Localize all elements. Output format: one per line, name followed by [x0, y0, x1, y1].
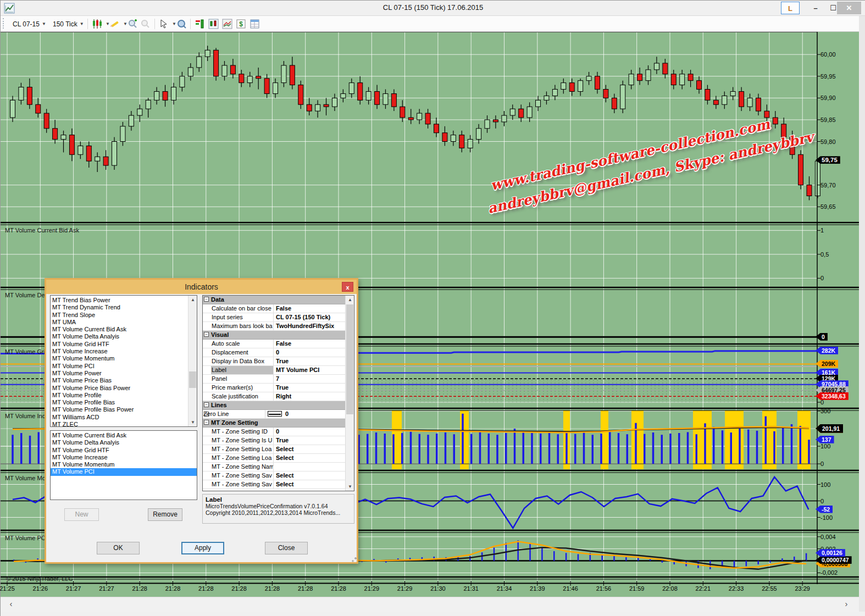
- scroll-left-icon[interactable]: ‹: [5, 599, 17, 608]
- list-item[interactable]: MT Volume Delta Analyis: [51, 333, 188, 340]
- ok-button[interactable]: OK: [97, 542, 140, 554]
- ninjatrader-window: CL 07-15 (150 Tick) 17.06.2015 L – ☐ ✕ C…: [0, 0, 865, 616]
- property-row[interactable]: MT - Zone Setting Is UTrue: [203, 436, 345, 445]
- property-row[interactable]: Scale justificationRight: [203, 392, 345, 401]
- property-section[interactable]: −MT Zone Setting: [203, 419, 345, 428]
- property-section[interactable]: −Visual: [203, 331, 345, 340]
- property-row[interactable]: Panel7: [203, 375, 345, 384]
- list-item[interactable]: MT Volume Momentum: [51, 461, 197, 468]
- dialog-title: Indicators: [46, 282, 357, 291]
- list-item[interactable]: MT Volume Profile Bias: [51, 399, 188, 406]
- list-item[interactable]: MT Volume Price Bias Power: [51, 385, 188, 392]
- instrument-dropdown[interactable]: CL 07-15▼: [13, 18, 46, 30]
- property-row[interactable]: MT - Zone Setting Nam: [203, 463, 345, 471]
- property-row[interactable]: +Zero Line0: [203, 410, 345, 419]
- minimize-button[interactable]: –: [807, 2, 824, 14]
- collapse-icon[interactable]: −: [204, 297, 209, 302]
- list-item[interactable]: MT Trend Dynamic Trend: [51, 304, 188, 311]
- remove-button[interactable]: Remove: [148, 508, 182, 521]
- selected-indicators-list[interactable]: MT Volume Current Bid AskMT Volume Delta…: [50, 430, 197, 500]
- property-row[interactable]: Calculate on bar closeFalse: [203, 304, 345, 313]
- list-item[interactable]: MT UMA: [51, 319, 188, 326]
- link-button[interactable]: L: [781, 2, 800, 14]
- data-box-icon[interactable]: [176, 19, 187, 29]
- property-row[interactable]: Auto scaleFalse: [203, 340, 345, 348]
- indicators-dialog: Indicators x MT Trend Bias PowerMT Trend…: [45, 278, 358, 564]
- property-row[interactable]: Price marker(s)True: [203, 384, 345, 392]
- propgrid-scrollbar[interactable]: ▲ ▼: [345, 296, 354, 491]
- properties-icon[interactable]: [249, 19, 260, 29]
- list-item[interactable]: MT Volume Profile: [51, 392, 188, 399]
- zoom-in-icon[interactable]: [127, 19, 138, 29]
- scroll-thumb[interactable]: [346, 304, 353, 414]
- property-row[interactable]: MT - Zone Setting SavSelect: [203, 480, 345, 489]
- list-item[interactable]: MT Volume Current Bid Ask: [51, 432, 197, 439]
- property-row[interactable]: Display in Data BoxTrue: [203, 357, 345, 366]
- title-bar[interactable]: CL 07-15 (150 Tick) 17.06.2015 L – ☐ ✕: [1, 1, 865, 16]
- list-item[interactable]: MT Volume Power: [51, 370, 188, 377]
- list-item[interactable]: MT Volume Momentum: [51, 355, 188, 362]
- collapse-icon[interactable]: −: [204, 420, 209, 425]
- property-row[interactable]: MT - Zone Setting SavSelect: [203, 471, 345, 480]
- draw-tool-icon[interactable]: [109, 19, 120, 29]
- new-button[interactable]: New: [64, 508, 99, 521]
- property-section[interactable]: −Lines: [203, 401, 345, 410]
- list-item[interactable]: MT ZLEC: [51, 421, 188, 427]
- chart-trader-icon[interactable]: [208, 19, 219, 29]
- property-row[interactable]: MT - Zone Setting LoaSelect: [203, 445, 345, 454]
- list-item[interactable]: MT Volume Delta Analyis: [51, 439, 197, 446]
- scroll-right-icon[interactable]: ›: [840, 599, 852, 608]
- account-icon[interactable]: $: [236, 19, 246, 29]
- window-bottom-edge: [1, 612, 865, 616]
- chart-style-icon[interactable]: [92, 19, 102, 29]
- copyright-text: © 2015 NinjaTrader, LLC: [6, 575, 73, 582]
- interval-dropdown[interactable]: 150 Tick▼: [53, 18, 84, 30]
- zoom-out-icon[interactable]: [140, 19, 151, 29]
- list-item[interactable]: MT Volume Grid HTF: [51, 447, 197, 454]
- list-item[interactable]: MT Volume Price Bias: [51, 377, 188, 384]
- list-item[interactable]: MT Trend Slope: [51, 312, 188, 319]
- scroll-up-icon[interactable]: ▲: [346, 296, 354, 304]
- property-row[interactable]: Displacement0: [203, 348, 345, 357]
- close-button[interactable]: ✕: [837, 2, 861, 14]
- list-item[interactable]: MT Williams ACD: [51, 414, 188, 421]
- list-item[interactable]: MT Volume PCI: [51, 363, 188, 370]
- property-row[interactable]: MT - Zone Setting LoaSelect: [203, 454, 345, 463]
- close-dialog-button[interactable]: Close: [265, 542, 308, 554]
- available-indicators-list[interactable]: MT Trend Bias PowerMT Trend Dynamic Tren…: [50, 295, 197, 427]
- list-item[interactable]: MT Volume Increase: [51, 348, 188, 355]
- collapse-icon[interactable]: −: [204, 332, 209, 337]
- toolbar-grip[interactable]: [3, 18, 5, 29]
- list-item[interactable]: MT Volume Current Bid Ask: [51, 326, 188, 333]
- list-item[interactable]: MT Volume Grid HTF: [51, 341, 188, 348]
- list-item[interactable]: MT Volume PCI: [51, 468, 197, 475]
- dialog-title-bar[interactable]: Indicators x: [46, 280, 357, 294]
- scroll-up-icon[interactable]: ▲: [188, 296, 197, 304]
- property-row[interactable]: MT - Zone Setting ID0: [203, 428, 345, 436]
- property-row[interactable]: Input seriesCL 07-15 (150 Tick): [203, 313, 345, 322]
- resize-grip[interactable]: [349, 554, 357, 562]
- chevron-down-icon[interactable]: ▼: [123, 21, 127, 26]
- cursor-icon[interactable]: [159, 19, 169, 29]
- horizontal-scrollbar[interactable]: ‹ ›: [1, 597, 859, 612]
- collapse-icon[interactable]: −: [204, 402, 209, 407]
- list-item[interactable]: MT Volume Increase: [51, 454, 197, 461]
- chevron-down-icon[interactable]: ▼: [172, 21, 176, 26]
- property-row[interactable]: LabelMT Volume PCI: [203, 366, 345, 375]
- toolbar: CL 07-15▼ 150 Tick▼ ▼ ▼ ▼: [1, 16, 865, 32]
- scroll-down-icon[interactable]: ▼: [346, 482, 354, 491]
- dialog-close-button[interactable]: x: [342, 282, 353, 292]
- list-item[interactable]: MT Trend Bias Power: [51, 297, 188, 304]
- scroll-thumb[interactable]: [189, 371, 196, 388]
- apply-button[interactable]: Apply: [181, 542, 224, 554]
- indicator-panel-icon[interactable]: [195, 19, 205, 29]
- chevron-down-icon: ▼: [80, 21, 84, 26]
- list-scrollbar[interactable]: ▲ ▼: [188, 296, 197, 426]
- property-grid[interactable]: −DataCalculate on bar closeFalseInput se…: [202, 295, 354, 491]
- list-item[interactable]: MT Volume Profile Bias Power: [51, 406, 188, 413]
- scroll-down-icon[interactable]: ▼: [188, 418, 197, 426]
- property-section[interactable]: −Data: [203, 296, 345, 304]
- toolbar-separator: [87, 19, 88, 29]
- strategy-analyzer-icon[interactable]: [222, 19, 232, 29]
- property-row[interactable]: Maximum bars look baTwoHundredFiftySix: [203, 322, 345, 331]
